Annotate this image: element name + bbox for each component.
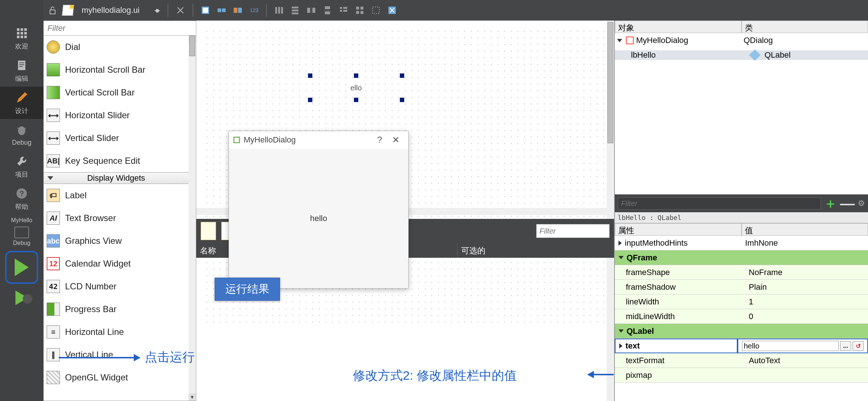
widget-item[interactable]: Horizontal Scroll Bar [44,58,189,81]
nav-edit[interactable]: 编辑 [0,54,43,87]
property-list[interactable]: inputMethodHintsImhNone QFrame frameShap… [615,236,868,383]
layout-vertical-icon[interactable] [289,4,301,17]
hscrollbar-icon [47,63,60,76]
add-property-icon[interactable]: ＋ [824,195,837,213]
property-row-text[interactable]: text ...↺ [615,339,868,353]
edit-buddies-icon[interactable] [232,4,244,17]
widget-item[interactable]: 12Calendar Widget [44,252,189,275]
tree-row[interactable]: lbHello QLabel [615,48,868,62]
widget-label: Horizontal Line [65,327,124,337]
edit-widgets-icon[interactable] [199,4,212,17]
close-file-icon[interactable] [174,4,187,17]
layout-grid-icon[interactable] [354,4,366,17]
svg-text:?: ? [19,189,24,198]
run-debug-button[interactable] [15,290,28,305]
svg-rect-9 [18,61,25,70]
property-row[interactable]: midLineWidth0 [615,309,868,324]
file-switcher-icon[interactable]: ◂▸ [154,6,158,15]
annotation-arrow [588,374,614,375]
svg-rect-40 [343,7,347,9]
property-row[interactable]: lineWidth1 [615,295,868,309]
layout-form-icon[interactable] [337,4,350,17]
scroll-thumb[interactable] [607,22,613,143]
kit-selector[interactable]: Debug [0,224,43,248]
prop-name: pixmap [615,368,745,383]
nav-project[interactable]: 项目 [0,150,43,183]
lcd-icon: 42 [47,280,60,293]
property-row[interactable]: frameShadowPlain [615,280,868,295]
widget-item[interactable]: ⟷Horizontal Slider [44,104,189,127]
keyseq-icon: AB| [47,154,60,167]
widget-item[interactable]: ≡Horizontal Line [44,321,189,343]
property-row[interactable]: textFormatAutoText [615,353,868,368]
window-titlebar[interactable]: MyHelloDialog ? ✕ [229,131,408,149]
svg-rect-8 [24,36,27,38]
widget-item[interactable]: OpenGL Widget [44,366,189,389]
widget-group-label: Display Widgets [87,173,145,183]
widget-label: Label [65,190,87,201]
widget-item[interactable]: Progress Bar [44,298,189,321]
svg-rect-28 [278,7,280,14]
widget-item[interactable]: Dial [44,36,189,58]
prop-value: Plain [745,280,868,295]
nav-welcome[interactable]: 欢迎 [0,22,43,54]
svg-text:123: 123 [250,7,259,13]
action-filter-input[interactable] [536,224,610,238]
chevron-down-icon [617,39,622,42]
layout-hsplitter-icon[interactable] [305,4,318,17]
canvas-v-scrollbar[interactable] [607,21,614,401]
graphicsview-icon: abc [47,234,60,248]
prop-name: midLineWidth [615,309,745,324]
nav-help[interactable]: ? 帮助 [0,183,43,215]
help-button-icon[interactable]: ? [372,135,388,145]
remove-property-icon[interactable]: ― [840,195,855,212]
property-group[interactable]: QFrame [615,250,868,265]
property-group[interactable]: QLabel [615,324,868,339]
selected-widget[interactable]: ello [310,76,402,100]
prop-value: 0 [745,309,868,324]
scroll-down-icon[interactable]: ▼ [189,393,196,401]
layout-horizontal-icon[interactable] [273,4,285,17]
tree-row[interactable]: MyHelloDialog QDialog [615,33,868,48]
designer-toolbar: myhellodialog.ui ◂▸ 123 [43,0,868,21]
more-button[interactable]: ... [840,341,851,351]
lock-icon[interactable] [46,4,59,17]
group-name: QFrame [627,253,657,263]
widget-item[interactable]: AIText Browser [44,207,189,230]
widget-item[interactable]: ⟷Vertical Slider [44,127,189,149]
svg-rect-45 [356,11,359,14]
col-optional: 可选的 [458,243,614,258]
edit-tab-order-icon[interactable]: 123 [248,4,260,17]
object-tree[interactable]: MyHelloDialog QDialog lbHello QLabel [615,33,868,195]
text-value-input[interactable] [742,341,839,351]
design-canvas[interactable]: ello 名称 可选的 [196,21,614,401]
chevron-down-icon [47,176,53,180]
break-layout-icon[interactable] [370,4,382,17]
widget-item[interactable]: abcGraphics View [44,230,189,252]
project-name[interactable]: MyHello [11,217,32,224]
edit-signals-icon[interactable] [215,4,228,17]
widget-filter-input[interactable] [44,21,196,36]
nav-debug[interactable]: Debug [0,119,43,150]
run-button[interactable] [5,251,38,284]
widget-item[interactable]: Vertical Scroll Bar [44,81,189,104]
property-row[interactable]: frameShapeNoFrame [615,265,868,280]
layout-vsplitter-icon[interactable] [321,4,334,17]
property-filter-input[interactable] [618,197,821,210]
settings-icon[interactable]: ⚙ [858,199,865,208]
close-icon[interactable]: ✕ [388,135,404,145]
adjust-size-icon[interactable] [386,4,398,17]
widget-group-header[interactable]: Display Widgets [44,172,189,184]
nav-help-label: 帮助 [15,202,28,211]
new-action-icon[interactable] [201,222,216,240]
widget-scrollbar[interactable]: ▲ ▼ [189,36,196,401]
widget-item[interactable]: 🏷Label [44,184,189,207]
widget-item[interactable]: AB|Key Sequence Edit [44,149,189,172]
nav-design[interactable]: 设计 [0,87,43,119]
reset-button[interactable]: ↺ [853,341,864,351]
property-row[interactable]: pixmap [615,368,868,383]
property-row[interactable]: inputMethodHintsImhNone [615,236,868,250]
scroll-thumb[interactable] [189,36,195,56]
svg-rect-36 [325,6,330,9]
widget-item[interactable]: 42LCD Number [44,275,189,298]
